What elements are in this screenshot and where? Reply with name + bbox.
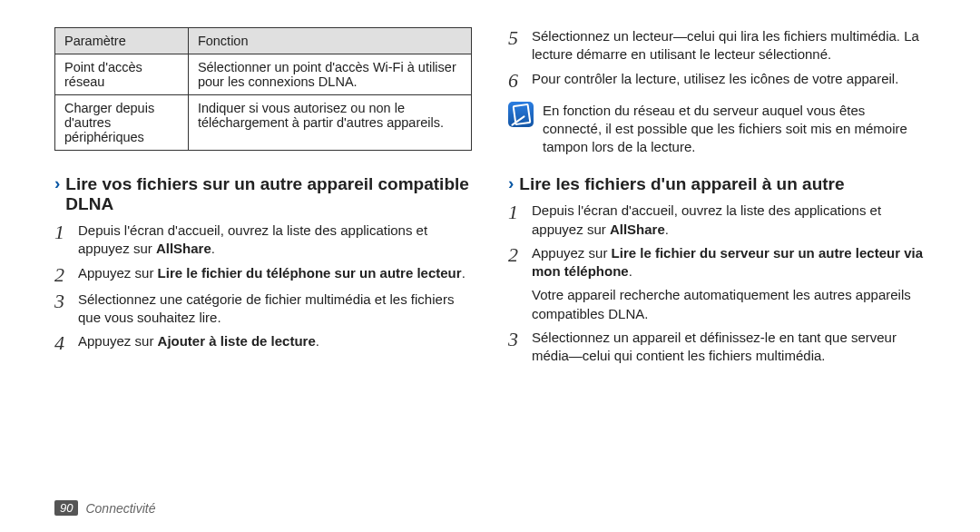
section-heading: Lire vos fichiers sur un autre appareil …	[65, 174, 472, 214]
table-row: Point d'accès réseau Sélectionner un poi…	[55, 54, 472, 95]
step-number: 3	[508, 329, 532, 350]
step-number: 2	[508, 244, 532, 265]
section-heading: Lire les fichiers d'un appareil à un aut…	[519, 174, 844, 194]
step-item: 4 Appuyez sur Ajouter à liste de lecture…	[54, 332, 472, 353]
table-header-fonction: Fonction	[188, 28, 471, 54]
right-top-steps: 5 Sélectionnez un lecteur—celui qui lira…	[508, 27, 926, 96]
step-number: 6	[508, 70, 532, 91]
step-text: Votre appareil recherche automatiquement…	[532, 286, 926, 323]
step-text: Sélectionnez un appareil et définissez-l…	[532, 329, 926, 366]
step-number: 2	[54, 264, 78, 285]
note-block: En fonction du réseau et du serveur auqu…	[508, 102, 926, 157]
step-text: Sélectionnez une catégorie de fichier mu…	[78, 291, 472, 328]
right-column: 5 Sélectionnez un lecteur—celui qui lira…	[508, 27, 926, 481]
chevron-icon: ›	[54, 174, 60, 193]
step-item: 0 Votre appareil recherche automatiqueme…	[508, 286, 926, 323]
step-text: Sélectionnez un lecteur—celui qui lira l…	[532, 27, 926, 64]
step-item: 3 Sélectionnez une catégorie de fichier …	[54, 291, 472, 328]
cell-param: Charger depuis d'autres périphériques	[55, 95, 189, 151]
section-title-left: › Lire vos fichiers sur un autre apparei…	[54, 174, 472, 214]
left-column: Paramètre Fonction Point d'accès réseau …	[54, 27, 472, 481]
section-title-right: › Lire les fichiers d'un appareil à un a…	[508, 174, 926, 194]
step-text: Pour contrôler la lecture, utilisez les …	[532, 70, 926, 88]
step-number: 1	[508, 202, 532, 222]
cell-function: Sélectionner un point d'accès Wi-Fi à ut…	[188, 54, 471, 95]
step-item: 3 Sélectionnez un appareil et définissez…	[508, 329, 926, 366]
step-text: Depuis l'écran d'accueil, ouvrez la list…	[532, 202, 926, 239]
note-icon	[508, 102, 534, 127]
right-steps: 1 Depuis l'écran d'accueil, ouvrez la li…	[508, 202, 926, 370]
chevron-icon: ›	[508, 174, 514, 193]
settings-table: Paramètre Fonction Point d'accès réseau …	[54, 27, 472, 151]
note-text: En fonction du réseau et du serveur auqu…	[543, 102, 926, 157]
step-text: Appuyez sur Ajouter à liste de lecture.	[78, 332, 472, 350]
step-number: 5	[508, 27, 532, 48]
step-item: 6 Pour contrôler la lecture, utilisez le…	[508, 70, 926, 91]
step-number: 3	[54, 291, 78, 311]
cell-function: Indiquer si vous autorisez ou non le tél…	[188, 95, 471, 151]
table-header-parametre: Paramètre	[55, 28, 189, 54]
step-item: 2 Appuyez sur Lire le fichier du télépho…	[54, 264, 472, 285]
step-item: 1 Depuis l'écran d'accueil, ouvrez la li…	[54, 222, 472, 259]
cell-param: Point d'accès réseau	[55, 54, 189, 95]
step-number: 1	[54, 222, 78, 242]
step-text: Depuis l'écran d'accueil, ouvrez la list…	[78, 222, 472, 259]
step-text: Appuyez sur Lire le fichier du téléphone…	[78, 264, 472, 282]
step-item: 2 Appuyez sur Lire le fichier du serveur…	[508, 244, 926, 281]
step-text: Appuyez sur Lire le fichier du serveur s…	[532, 244, 926, 281]
footer-section: Connectivité	[85, 501, 155, 516]
page-number: 90	[54, 500, 78, 516]
page-footer: 90 Connectivité	[54, 500, 156, 516]
step-item: 5 Sélectionnez un lecteur—celui qui lira…	[508, 27, 926, 64]
step-number: 4	[54, 332, 78, 353]
table-row: Charger depuis d'autres périphériques In…	[55, 95, 472, 151]
left-steps: 1 Depuis l'écran d'accueil, ouvrez la li…	[54, 222, 472, 359]
step-item: 1 Depuis l'écran d'accueil, ouvrez la li…	[508, 202, 926, 239]
